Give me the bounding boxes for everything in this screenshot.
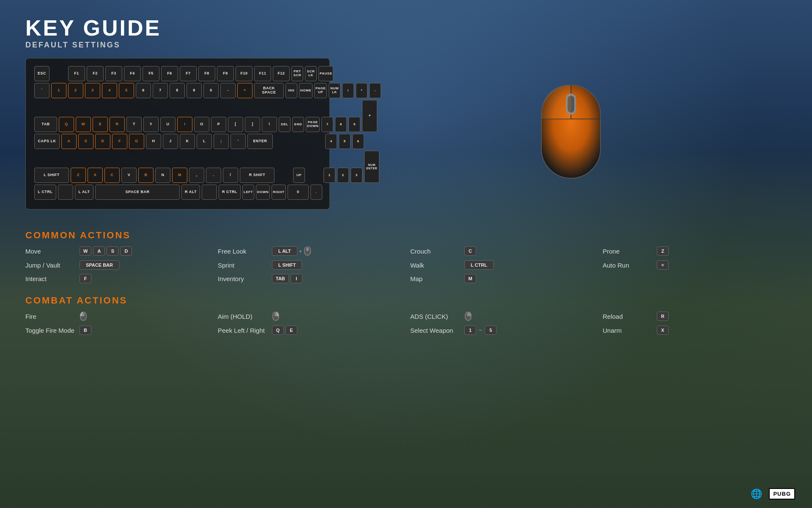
- key-equals: =: [237, 83, 252, 98]
- mouse-icon-aim: [272, 311, 280, 321]
- key-j: J: [163, 134, 178, 149]
- action-freelook-keys: L ALT +: [272, 246, 311, 256]
- key-badge-q: Q: [272, 326, 284, 335]
- key-badge-b: B: [80, 326, 91, 335]
- key-scrlk: SCRLK: [305, 66, 317, 81]
- key-down: DOWN: [256, 185, 270, 200]
- key-lbracket: [: [228, 117, 243, 132]
- key-pause: PAUSE: [318, 66, 333, 81]
- key-semicolon: ;: [214, 134, 229, 149]
- key-ins: INS: [285, 83, 297, 98]
- key-comma: ,: [189, 168, 204, 183]
- action-reload: Reload R: [603, 311, 787, 321]
- key-capslk: CAPS LK: [34, 134, 60, 149]
- key-v: V: [121, 168, 137, 183]
- key-badge-a: A: [93, 246, 105, 256]
- mouse-icon-freelook: [304, 246, 311, 256]
- key-row-zxcv: L SHIFT Z X C V B N M , . / R SHIFT UP 1…: [34, 151, 321, 183]
- key-badge-w: W: [80, 246, 91, 256]
- key-backtick: `: [34, 83, 49, 98]
- page-subtitle: DEFAULT SETTINGS: [25, 41, 787, 50]
- action-interact-label: Interact: [25, 275, 76, 282]
- action-ads-label: ADS (CLICK): [410, 313, 461, 320]
- key-num7: 7: [321, 117, 333, 132]
- combat-actions-title: COMBAT ACTIONS: [25, 295, 787, 306]
- action-unarm-label: Unarm: [603, 327, 653, 334]
- action-fire: Fire: [25, 311, 209, 321]
- action-move: Move W A S D: [25, 246, 209, 256]
- key-row-qwerty: TAB Q W E R T Y U I O P [ ] \ DEL END PA…: [34, 100, 321, 132]
- action-reload-keys: R: [657, 312, 669, 321]
- tilde-sign: ~: [479, 327, 482, 334]
- key-badge-f: F: [80, 274, 91, 283]
- key-num4: 4: [325, 134, 337, 149]
- key-x: X: [88, 168, 103, 183]
- key-8: 8: [170, 83, 185, 98]
- common-actions-grid: Move W A S D Free Look L ALT +: [25, 246, 787, 283]
- sections: COMMON ACTIONS Move W A S D Free Look L …: [25, 222, 787, 339]
- key-f12: F12: [273, 66, 290, 81]
- key-badge-s: S: [107, 246, 118, 256]
- pubg-logo: PUBG: [769, 488, 795, 500]
- key-left: LEFT: [242, 185, 254, 200]
- key-f11: F11: [254, 66, 271, 81]
- key-period: .: [206, 168, 221, 183]
- key-end: END: [292, 117, 304, 132]
- key-num2: 2: [337, 168, 349, 183]
- key-num8: 8: [335, 117, 347, 132]
- key-badge-z: Z: [657, 246, 669, 256]
- action-prone-keys: Z: [657, 246, 669, 256]
- key-f2: F2: [87, 66, 104, 81]
- key-f4: F4: [124, 66, 141, 81]
- key-5: 5: [119, 83, 134, 98]
- common-actions-title: COMMON ACTIONS: [25, 230, 787, 241]
- action-aim: Aim (HOLD): [218, 311, 402, 321]
- key-numlk: NUMLK: [329, 83, 340, 98]
- key-badge-space: SPACE BAR: [80, 260, 119, 270]
- key-fwslash: /: [223, 168, 238, 183]
- key-f8: F8: [198, 66, 215, 81]
- key-rctrl: R CTRL: [219, 185, 241, 200]
- combat-actions-grid: Fire Aim (HOLD): [25, 311, 787, 335]
- svg-rect-11: [82, 313, 85, 316]
- mouse-svg: [533, 81, 609, 191]
- key-backspace: BACKSPACE: [254, 83, 284, 98]
- action-prone-label: Prone: [603, 248, 653, 255]
- action-move-label: Move: [25, 248, 76, 255]
- key-lshift: L SHIFT: [34, 168, 69, 183]
- key-w: W: [76, 117, 91, 132]
- key-home: HOME: [299, 83, 313, 98]
- key-minus: -: [220, 83, 236, 98]
- page-title: KEY GUIDE: [25, 17, 787, 39]
- key-num1: 1: [324, 168, 335, 183]
- key-space: SPACE BAR: [95, 185, 180, 200]
- key-k: K: [180, 134, 195, 149]
- key-n: N: [155, 168, 170, 183]
- key-badge-equals: =: [657, 260, 669, 270]
- key-del: DEL: [279, 117, 291, 132]
- svg-rect-17: [467, 313, 469, 316]
- key-tab: TAB: [34, 117, 57, 132]
- action-jump-keys: SPACE BAR: [80, 260, 119, 270]
- key-badge-e: E: [285, 326, 297, 335]
- key-row-function: ESC F1 F2 F3 F4 F5 F6 F7 F8 F9 F10 F11 F…: [34, 66, 321, 81]
- key-y: Y: [143, 117, 159, 132]
- key-g: G: [129, 134, 144, 149]
- action-map-keys: M: [464, 274, 476, 283]
- key-b: B: [138, 168, 154, 183]
- key-7: 7: [153, 83, 168, 98]
- action-freelook-label: Free Look: [218, 248, 269, 255]
- key-badge-c: C: [464, 246, 476, 256]
- key-4: 4: [102, 83, 117, 98]
- action-fire-keys: [80, 311, 87, 321]
- key-h: H: [146, 134, 161, 149]
- key-numdot: .: [310, 185, 322, 200]
- action-reload-label: Reload: [603, 313, 653, 320]
- action-unarm-keys: X: [657, 326, 669, 335]
- action-sprint: Sprint L SHIFT: [218, 260, 402, 270]
- key-num5: 5: [339, 134, 351, 149]
- key-e: E: [93, 117, 108, 132]
- action-selectweapon-keys: 1 ~ 5: [464, 326, 497, 335]
- key-badge-5w: 5: [485, 326, 497, 335]
- action-autorun: Auto Run =: [603, 260, 787, 270]
